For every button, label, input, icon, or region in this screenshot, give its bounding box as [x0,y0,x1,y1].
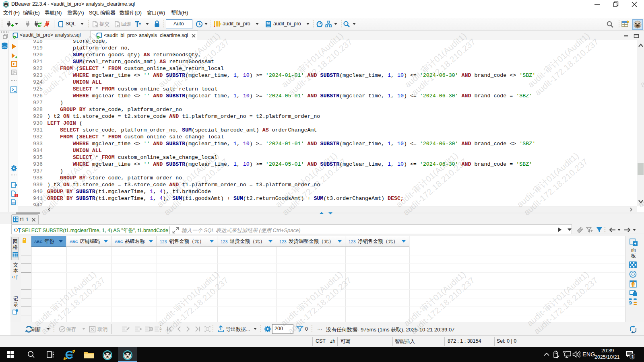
svg-text:1: 1 [632,354,634,359]
